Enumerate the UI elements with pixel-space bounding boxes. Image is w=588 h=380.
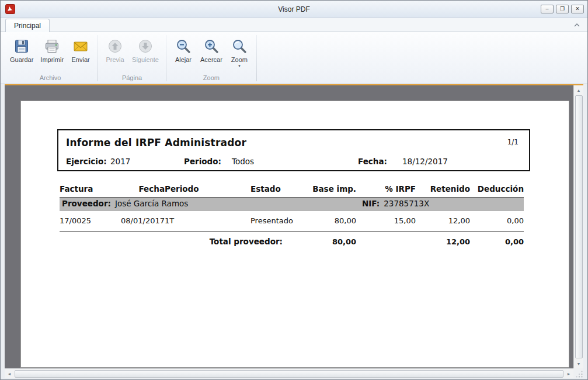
imprimir-button[interactable]: Imprimir [37, 35, 67, 65]
title-bar[interactable]: Visor PDF – ❐ ✕ [1, 1, 587, 18]
tab-principal[interactable]: Principal [5, 19, 50, 32]
siguiente-label: Siguiente [132, 56, 159, 63]
scroll-right-icon: ► [567, 372, 571, 376]
total-deduccion: 0,00 [470, 232, 524, 247]
proveedor-value: José García Ramos [115, 199, 188, 208]
cell-deduccion: 0,00 [470, 210, 524, 232]
header-factura: Factura [60, 184, 121, 198]
ejercicio-label: Ejercicio: [66, 157, 107, 166]
total-retenido: 12,00 [416, 232, 470, 247]
minimize-button[interactable]: – [541, 5, 554, 13]
total-row: Total proveedor: 80,00 12,00 0,00 [60, 232, 524, 247]
pdf-app-icon [5, 4, 15, 14]
header-estado: Estado [250, 184, 309, 198]
cell-base: 80,00 [309, 210, 356, 232]
enviar-label: Enviar [71, 56, 89, 63]
periodo-value: Todos [232, 157, 254, 166]
table-row: 17/0025 08/01/2017 1T Presentado 80,00 1… [60, 210, 524, 232]
ejercicio-value: 2017 [110, 157, 130, 166]
zoom-dropdown-icon: ▼ [238, 65, 241, 67]
cell-retenido: 12,00 [416, 210, 470, 232]
scroll-down-button[interactable]: ▼ [574, 359, 583, 368]
cell-periodo: 1T [165, 210, 250, 232]
table-header-row: Factura Fecha Periodo Estado Base imp. %… [60, 184, 524, 198]
scroll-left-button[interactable]: ◄ [5, 369, 14, 378]
vertical-scrollbar-thumb[interactable] [575, 95, 583, 358]
ribbon-group-zoom: Alejar Acercar [168, 32, 255, 84]
zoom-in-icon [203, 38, 220, 54]
window-controls: – ❐ ✕ [541, 5, 584, 13]
cell-fecha: 08/01/2017 [121, 210, 165, 232]
alejar-button[interactable]: Alejar [170, 35, 197, 65]
zoom-icon [231, 38, 248, 54]
page-indicator: 1/1 [507, 138, 519, 146]
scroll-up-icon: ▲ [577, 88, 581, 92]
visor-pdf-window: Visor PDF – ❐ ✕ Principal [0, 0, 588, 380]
group-separator [166, 35, 166, 81]
fecha-value: 18/12/2017 [402, 157, 448, 166]
alejar-label: Alejar [175, 56, 192, 63]
resize-grip-icon [576, 371, 583, 378]
proveedor-label: Proveedor: [62, 199, 111, 208]
siguiente-button[interactable]: Siguiente [128, 35, 162, 65]
ribbon-tabstrip: Principal [1, 18, 587, 32]
total-label: Total proveedor: [60, 232, 309, 247]
ribbon: Guardar Imprimir [1, 32, 587, 84]
cell-factura: 17/0025 [60, 210, 121, 232]
acercar-button[interactable]: Acercar [197, 35, 226, 65]
nif-value: 23785713X [384, 199, 429, 208]
ribbon-group-pagina: Previa Siguiente Página [99, 32, 165, 84]
scroll-up-button[interactable]: ▲ [574, 85, 583, 95]
group-separator [256, 35, 257, 81]
acercar-label: Acercar [200, 56, 222, 63]
provider-cell: Proveedor:José García Ramos [60, 198, 356, 210]
guardar-button[interactable]: Guardar [6, 35, 37, 65]
document-viewer: Informe del IRPF Administrador 1/1 Ejerc… [5, 84, 583, 378]
vertical-scrollbar[interactable]: ▲ ▼ [573, 85, 583, 368]
zoom-out-icon [175, 38, 192, 54]
group-separator [98, 35, 98, 81]
horizontal-scrollbar[interactable]: ◄ ► [5, 368, 573, 378]
restore-icon: ❐ [560, 6, 565, 12]
ribbon-group-archivo: Guardar Imprimir [4, 32, 96, 84]
close-button[interactable]: ✕ [571, 5, 584, 13]
report-title: Informe del IRPF Administrador [66, 137, 246, 148]
enviar-button[interactable]: Enviar [67, 35, 94, 65]
pdf-page: Informe del IRPF Administrador 1/1 Ejerc… [20, 101, 569, 368]
previa-button[interactable]: Previa [102, 35, 128, 65]
provider-band-row: Proveedor:José García Ramos NIF:23785713… [60, 198, 524, 210]
scroll-right-button[interactable]: ► [564, 369, 573, 378]
header-retenido: Retenido [416, 184, 470, 198]
previa-label: Previa [106, 56, 124, 63]
periodo-label: Periodo: [184, 157, 221, 166]
scroll-down-icon: ▼ [577, 362, 581, 366]
header-periodo: Periodo [165, 184, 250, 198]
header-irpf: % IRPF [356, 184, 416, 198]
header-fecha: Fecha [121, 184, 165, 198]
cell-estado: Presentado [250, 210, 309, 232]
previous-page-icon [107, 38, 123, 54]
ribbon-collapse-button[interactable] [571, 20, 583, 30]
header-deduccion: Deducción [470, 184, 524, 198]
minimize-icon: – [545, 6, 548, 12]
nif-cell: NIF:23785713X [356, 198, 524, 210]
group-label-zoom: Zoom [168, 74, 255, 84]
guardar-label: Guardar [10, 56, 33, 63]
close-icon: ✕ [575, 6, 580, 12]
resize-grip[interactable] [573, 368, 583, 378]
zoom-button[interactable]: Zoom ▼ [226, 35, 253, 70]
fecha-label: Fecha: [358, 157, 387, 166]
window-title: Visor PDF [1, 5, 587, 13]
header-base-imp: Base imp. [309, 184, 356, 198]
report-header-box: Informe del IRPF Administrador 1/1 Ejerc… [57, 129, 530, 171]
report-table: Factura Fecha Periodo Estado Base imp. %… [60, 184, 524, 246]
horizontal-scrollbar-thumb[interactable] [15, 370, 563, 378]
group-label-archivo: Archivo [4, 74, 96, 84]
restore-button[interactable]: ❐ [556, 5, 569, 13]
chevron-up-icon [574, 23, 580, 27]
cell-irpf: 15,00 [356, 210, 416, 232]
total-irpf-empty [356, 232, 416, 247]
imprimir-label: Imprimir [40, 56, 64, 63]
envelope-icon [72, 38, 89, 54]
nif-label: NIF: [362, 199, 380, 208]
